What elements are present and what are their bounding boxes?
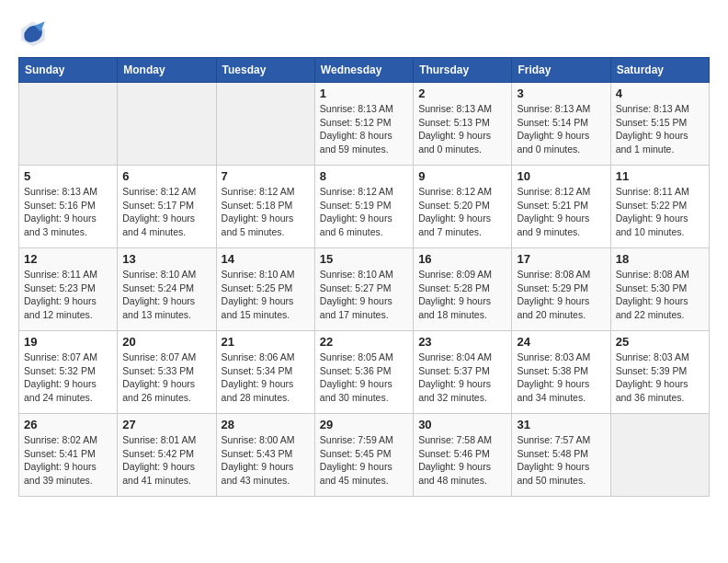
day-number: 17: [517, 252, 605, 266]
day-info: Sunrise: 8:05 AMSunset: 5:36 PMDaylight:…: [320, 350, 408, 405]
day-info: Sunrise: 8:13 AMSunset: 5:16 PMDaylight:…: [24, 185, 112, 239]
col-header-wednesday: Wednesday: [314, 58, 413, 83]
day-number: 4: [616, 86, 704, 100]
day-info: Sunrise: 8:10 AMSunset: 5:25 PMDaylight:…: [222, 268, 310, 322]
day-info: Sunrise: 8:00 AMSunset: 5:43 PMDaylight:…: [222, 433, 310, 488]
calendar-cell: 10Sunrise: 8:12 AMSunset: 5:21 PMDayligh…: [512, 166, 610, 248]
col-header-saturday: Saturday: [610, 58, 709, 83]
calendar-cell: 11Sunrise: 8:11 AMSunset: 5:22 PMDayligh…: [610, 166, 709, 248]
day-number: 13: [122, 252, 210, 266]
day-number: 8: [320, 169, 408, 183]
day-number: 5: [24, 169, 112, 183]
day-number: 31: [517, 418, 605, 431]
calendar-cell: 9Sunrise: 8:12 AMSunset: 5:20 PMDaylight…: [414, 166, 512, 248]
day-number: 23: [418, 335, 506, 349]
day-info: Sunrise: 8:13 AMSunset: 5:15 PMDaylight:…: [616, 102, 704, 156]
calendar-week-3: 12Sunrise: 8:11 AMSunset: 5:23 PMDayligh…: [19, 248, 710, 331]
day-number: 10: [517, 169, 605, 183]
day-number: 27: [122, 418, 210, 431]
day-info: Sunrise: 8:10 AMSunset: 5:24 PMDaylight:…: [122, 268, 210, 322]
day-number: 18: [616, 252, 704, 266]
day-number: 22: [320, 335, 408, 349]
day-info: Sunrise: 8:01 AMSunset: 5:42 PMDaylight:…: [122, 433, 210, 488]
calendar-week-1: 1Sunrise: 8:13 AMSunset: 5:12 PMDaylight…: [19, 83, 710, 166]
day-info: Sunrise: 8:12 AMSunset: 5:18 PMDaylight:…: [222, 185, 310, 239]
calendar-body: 1Sunrise: 8:13 AMSunset: 5:12 PMDaylight…: [19, 83, 710, 497]
day-number: 15: [320, 252, 408, 266]
calendar-table: SundayMondayTuesdayWednesdayThursdayFrid…: [18, 57, 710, 497]
calendar-cell: 20Sunrise: 8:07 AMSunset: 5:33 PMDayligh…: [118, 331, 216, 414]
calendar-cell: [19, 83, 118, 166]
calendar-header-row: SundayMondayTuesdayWednesdayThursdayFrid…: [19, 58, 710, 83]
calendar-cell: 1Sunrise: 8:13 AMSunset: 5:12 PMDaylight…: [314, 83, 413, 166]
day-number: 7: [222, 169, 310, 183]
calendar-cell: [216, 83, 314, 166]
day-info: Sunrise: 8:11 AMSunset: 5:22 PMDaylight:…: [616, 185, 704, 239]
calendar-cell: 30Sunrise: 7:58 AMSunset: 5:46 PMDayligh…: [414, 414, 512, 497]
calendar-cell: 12Sunrise: 8:11 AMSunset: 5:23 PMDayligh…: [19, 248, 118, 331]
day-number: 29: [320, 418, 408, 431]
day-info: Sunrise: 8:12 AMSunset: 5:20 PMDaylight:…: [418, 185, 506, 239]
calendar-cell: 15Sunrise: 8:10 AMSunset: 5:27 PMDayligh…: [314, 248, 413, 331]
calendar-cell: 13Sunrise: 8:10 AMSunset: 5:24 PMDayligh…: [118, 248, 216, 331]
calendar-cell: 31Sunrise: 7:57 AMSunset: 5:48 PMDayligh…: [512, 414, 610, 497]
day-info: Sunrise: 8:08 AMSunset: 5:29 PMDaylight:…: [517, 268, 605, 322]
day-info: Sunrise: 8:04 AMSunset: 5:37 PMDaylight:…: [418, 350, 506, 405]
day-number: 9: [418, 169, 506, 183]
day-info: Sunrise: 8:12 AMSunset: 5:21 PMDaylight:…: [517, 185, 605, 239]
calendar-cell: 19Sunrise: 8:07 AMSunset: 5:32 PMDayligh…: [19, 331, 118, 414]
col-header-tuesday: Tuesday: [216, 58, 314, 83]
day-info: Sunrise: 8:07 AMSunset: 5:32 PMDaylight:…: [24, 350, 112, 405]
day-number: 21: [222, 335, 310, 349]
day-info: Sunrise: 8:08 AMSunset: 5:30 PMDaylight:…: [616, 268, 704, 322]
calendar-cell: 22Sunrise: 8:05 AMSunset: 5:36 PMDayligh…: [314, 331, 413, 414]
day-info: Sunrise: 8:06 AMSunset: 5:34 PMDaylight:…: [222, 350, 310, 405]
calendar-week-5: 26Sunrise: 8:02 AMSunset: 5:41 PMDayligh…: [19, 414, 710, 497]
day-number: 20: [122, 335, 210, 349]
day-info: Sunrise: 8:09 AMSunset: 5:28 PMDaylight:…: [418, 268, 506, 322]
day-info: Sunrise: 8:13 AMSunset: 5:12 PMDaylight:…: [320, 102, 408, 156]
calendar-week-2: 5Sunrise: 8:13 AMSunset: 5:16 PMDaylight…: [19, 166, 710, 248]
day-number: 26: [24, 418, 112, 431]
day-number: 19: [24, 335, 112, 349]
calendar-cell: 8Sunrise: 8:12 AMSunset: 5:19 PMDaylight…: [314, 166, 413, 248]
day-number: 25: [616, 335, 704, 349]
col-header-sunday: Sunday: [19, 58, 118, 83]
calendar-cell: [118, 83, 216, 166]
calendar-cell: 3Sunrise: 8:13 AMSunset: 5:14 PMDaylight…: [512, 83, 610, 166]
day-number: 1: [320, 86, 408, 100]
day-number: 2: [418, 86, 506, 100]
day-number: 16: [418, 252, 506, 266]
day-info: Sunrise: 8:12 AMSunset: 5:19 PMDaylight:…: [320, 185, 408, 239]
day-number: 3: [517, 86, 605, 100]
day-number: 14: [222, 252, 310, 266]
day-info: Sunrise: 8:02 AMSunset: 5:41 PMDaylight:…: [24, 433, 112, 488]
calendar-cell: 24Sunrise: 8:03 AMSunset: 5:38 PMDayligh…: [512, 331, 610, 414]
col-header-thursday: Thursday: [414, 58, 512, 83]
day-number: 28: [222, 418, 310, 431]
calendar-cell: 23Sunrise: 8:04 AMSunset: 5:37 PMDayligh…: [414, 331, 512, 414]
day-number: 30: [418, 418, 506, 431]
col-header-monday: Monday: [118, 58, 216, 83]
calendar-week-4: 19Sunrise: 8:07 AMSunset: 5:32 PMDayligh…: [19, 331, 710, 414]
day-info: Sunrise: 7:59 AMSunset: 5:45 PMDaylight:…: [320, 433, 408, 488]
day-number: 24: [517, 335, 605, 349]
calendar-cell: 2Sunrise: 8:13 AMSunset: 5:13 PMDaylight…: [414, 83, 512, 166]
calendar-cell: 16Sunrise: 8:09 AMSunset: 5:28 PMDayligh…: [414, 248, 512, 331]
day-info: Sunrise: 8:03 AMSunset: 5:39 PMDaylight:…: [616, 350, 704, 405]
logo-icon: [18, 18, 48, 48]
calendar-cell: 27Sunrise: 8:01 AMSunset: 5:42 PMDayligh…: [118, 414, 216, 497]
calendar-cell: 5Sunrise: 8:13 AMSunset: 5:16 PMDaylight…: [19, 166, 118, 248]
col-header-friday: Friday: [512, 58, 610, 83]
day-info: Sunrise: 8:13 AMSunset: 5:14 PMDaylight:…: [517, 102, 605, 156]
day-number: 6: [122, 169, 210, 183]
day-info: Sunrise: 8:03 AMSunset: 5:38 PMDaylight:…: [517, 350, 605, 405]
day-info: Sunrise: 8:07 AMSunset: 5:33 PMDaylight:…: [122, 350, 210, 405]
calendar-cell: [610, 414, 709, 497]
day-info: Sunrise: 8:11 AMSunset: 5:23 PMDaylight:…: [24, 268, 112, 322]
calendar-cell: 21Sunrise: 8:06 AMSunset: 5:34 PMDayligh…: [216, 331, 314, 414]
day-number: 11: [616, 169, 704, 183]
page-header: [18, 18, 710, 48]
calendar-cell: 18Sunrise: 8:08 AMSunset: 5:30 PMDayligh…: [610, 248, 709, 331]
calendar-cell: 14Sunrise: 8:10 AMSunset: 5:25 PMDayligh…: [216, 248, 314, 331]
